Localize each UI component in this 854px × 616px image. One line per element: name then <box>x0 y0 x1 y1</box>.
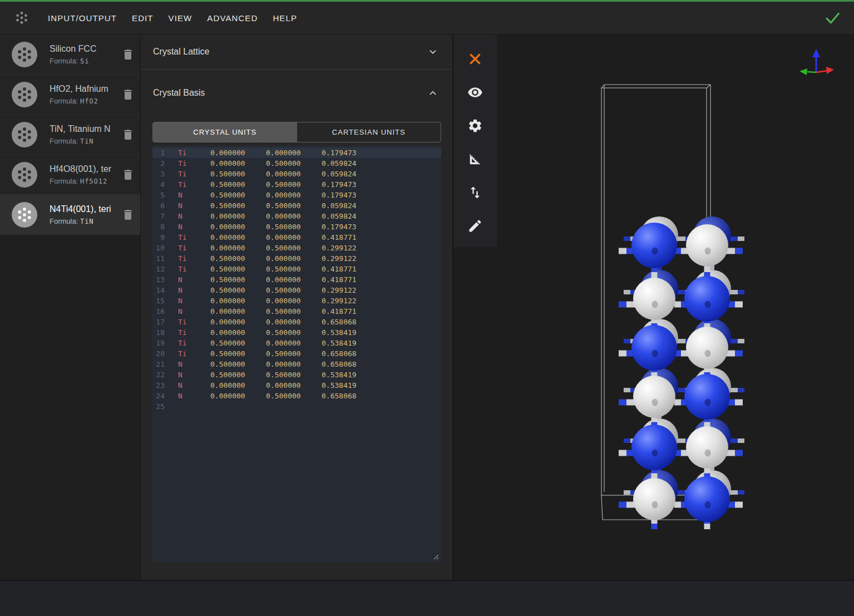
crystal-basis-section-header[interactable]: Crystal Basis <box>141 81 452 105</box>
measure-set-square-icon[interactable] <box>467 151 483 167</box>
material-avatar-icon <box>12 202 37 228</box>
basis-line[interactable]: 8N0.0000000.5000000.179473 <box>152 221 441 232</box>
basis-line[interactable]: 5N0.5000000.0000000.179473 <box>152 190 441 200</box>
basis-line[interactable]: 13N0.5000000.0000000.418771 <box>152 274 441 285</box>
basis-line-empty[interactable]: 25 <box>152 401 441 412</box>
basis-line[interactable]: 11Ti0.5000000.0000000.299122 <box>152 253 441 264</box>
close-icon[interactable] <box>467 51 483 67</box>
basis-line[interactable]: 3Ti0.5000000.0000000.059824 <box>152 169 441 179</box>
material-formula: Formula: HfO2 <box>50 97 118 105</box>
menu-help[interactable]: HELP <box>273 13 297 23</box>
chevron-up-icon[interactable] <box>427 87 439 99</box>
visibility-eye-icon[interactable] <box>467 85 483 100</box>
sidebar-material-item[interactable]: Hf4O8(001), ter Formula: Hf5O12 <box>0 155 140 195</box>
main-menu: INPUT/OUTPUT EDIT VIEW ADVANCED HELP <box>48 13 297 23</box>
status-bar <box>0 580 854 616</box>
crystal-structure <box>453 35 854 580</box>
basis-line[interactable]: 24N0.0000000.5000000.658068 <box>152 391 441 401</box>
sidebar-material-item[interactable]: HfO2, Hafnium Formula: HfO2 <box>0 75 140 115</box>
basis-line[interactable]: 17Ti0.0000000.0000000.658068 <box>152 317 441 327</box>
delete-trash-icon[interactable] <box>121 48 135 61</box>
basis-coordinates-editor[interactable]: 1Ti0.0000000.0000000.1794732Ti0.0000000.… <box>152 146 441 562</box>
swap-vertical-icon[interactable] <box>467 185 483 200</box>
basis-line[interactable]: 1Ti0.0000000.0000000.179473 <box>152 147 441 158</box>
basis-line[interactable]: 16N0.0000000.5000000.418771 <box>152 306 441 317</box>
material-title: N4Ti4(001), teri <box>50 204 118 214</box>
menu-input-output[interactable]: INPUT/OUTPUT <box>48 13 117 23</box>
material-title: Hf4O8(001), ter <box>50 164 118 174</box>
materials-sidebar: Silicon FCC Formula: Si HfO2, Hafnium Fo… <box>0 35 141 580</box>
basis-units-tabbar: CRYSTAL UNITS CARTESIAN UNITS <box>152 122 441 142</box>
basis-line[interactable]: 19Ti0.5000000.0000000.538419 <box>152 338 441 348</box>
basis-line[interactable]: 10Ti0.0000000.5000000.299122 <box>152 243 441 253</box>
app-logo-icon <box>13 9 30 26</box>
material-avatar-icon <box>12 82 37 107</box>
crystal-basis-title: Crystal Basis <box>153 88 427 98</box>
resize-handle-icon[interactable] <box>432 553 439 560</box>
material-title: Silicon FCC <box>50 44 118 54</box>
basis-line[interactable]: 15N0.0000000.0000000.299122 <box>152 295 441 306</box>
material-title: TiN, Titanium N <box>50 124 118 134</box>
delete-trash-icon[interactable] <box>121 168 135 181</box>
basis-line[interactable]: 14N0.5000000.5000000.299122 <box>152 285 441 295</box>
material-formula: Formula: Si <box>50 57 118 65</box>
tab-cartesian-units[interactable]: CARTESIAN UNITS <box>297 122 441 142</box>
basis-line[interactable]: 21N0.5000000.0000000.658068 <box>152 359 441 369</box>
basis-line[interactable]: 9Ti0.0000000.0000000.418771 <box>152 232 441 243</box>
basis-line[interactable]: 23N0.0000000.0000000.538419 <box>152 380 441 391</box>
material-avatar-icon <box>12 162 37 188</box>
basis-line[interactable]: 7N0.0000000.0000000.059824 <box>152 211 441 221</box>
menu-edit[interactable]: EDIT <box>132 13 154 23</box>
material-formula: Formula: TiN <box>50 217 118 225</box>
basis-line[interactable]: 4Ti0.5000000.5000000.179473 <box>152 179 441 190</box>
delete-trash-icon[interactable] <box>121 128 135 141</box>
settings-gear-icon[interactable] <box>467 118 483 134</box>
crystal-lattice-section-header[interactable]: Crystal Lattice <box>141 35 452 70</box>
sidebar-material-item[interactable]: TiN, Titanium N Formula: TiN <box>0 115 140 155</box>
material-formula: Formula: TiN <box>50 137 118 145</box>
basis-line[interactable]: 22N0.5000000.5000000.538419 <box>152 369 441 380</box>
tab-crystal-units[interactable]: CRYSTAL UNITS <box>153 122 297 142</box>
delete-trash-icon[interactable] <box>121 208 135 221</box>
viewer-canvas[interactable] <box>453 35 854 580</box>
delete-trash-icon[interactable] <box>121 88 135 101</box>
material-avatar-icon <box>12 122 37 147</box>
material-editor-panel: Crystal Lattice Crystal Basis CRYSTAL UN… <box>141 35 453 580</box>
basis-line[interactable]: 6N0.5000000.5000000.059824 <box>152 200 441 211</box>
basis-line[interactable]: 18Ti0.0000000.5000000.538419 <box>152 327 441 338</box>
material-formula: Formula: Hf5O12 <box>50 177 118 185</box>
material-avatar-icon <box>12 42 37 67</box>
sidebar-material-item[interactable]: Silicon FCC Formula: Si <box>0 35 140 75</box>
app-bar: INPUT/OUTPUT EDIT VIEW ADVANCED HELP <box>0 2 854 35</box>
viewer-toolbar <box>453 35 497 247</box>
confirm-check-icon[interactable] <box>824 9 841 26</box>
crystal-lattice-title: Crystal Lattice <box>153 47 427 57</box>
chevron-down-icon[interactable] <box>427 46 439 58</box>
axes-gizmo <box>792 46 838 82</box>
basis-line[interactable]: 20Ti0.5000000.5000000.658068 <box>152 348 441 359</box>
menu-advanced[interactable]: ADVANCED <box>207 13 258 23</box>
material-title: HfO2, Hafnium <box>50 84 118 94</box>
edit-pencil-icon[interactable] <box>467 218 483 234</box>
menu-view[interactable]: VIEW <box>169 13 192 23</box>
sidebar-material-item[interactable]: N4Ti4(001), teri Formula: TiN <box>0 195 140 235</box>
basis-line[interactable]: 2Ti0.0000000.5000000.059824 <box>152 158 441 169</box>
basis-line[interactable]: 12Ti0.5000000.5000000.418771 <box>152 264 441 274</box>
